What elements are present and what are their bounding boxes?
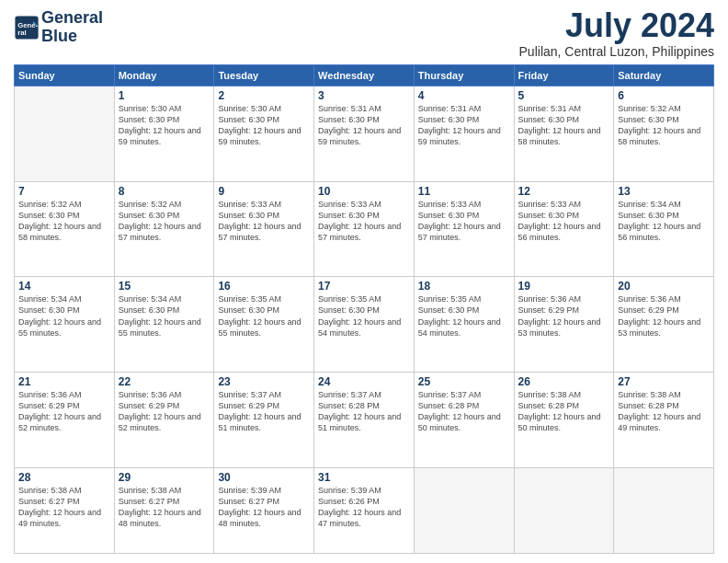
day-info: Sunrise: 5:34 AM Sunset: 6:30 PM Dayligh… <box>119 293 210 339</box>
week-row-1: 1Sunrise: 5:30 AM Sunset: 6:30 PM Daylig… <box>15 86 714 182</box>
day-info: Sunrise: 5:30 AM Sunset: 6:30 PM Dayligh… <box>218 103 310 148</box>
day-info: Sunrise: 5:33 AM Sunset: 6:30 PM Dayligh… <box>418 199 510 244</box>
day-info: Sunrise: 5:34 AM Sunset: 6:30 PM Dayligh… <box>618 199 710 244</box>
day-info: Sunrise: 5:31 AM Sunset: 6:30 PM Dayligh… <box>518 103 610 148</box>
location: Pulilan, Central Luzon, Philippines <box>519 44 714 59</box>
svg-text:Gene-: Gene- <box>17 21 38 29</box>
day-info: Sunrise: 5:31 AM Sunset: 6:30 PM Dayligh… <box>318 103 410 148</box>
day-info: Sunrise: 5:39 AM Sunset: 6:26 PM Dayligh… <box>318 485 410 530</box>
day-cell: 31Sunrise: 5:39 AM Sunset: 6:26 PM Dayli… <box>314 467 415 553</box>
day-info: Sunrise: 5:32 AM Sunset: 6:30 PM Dayligh… <box>618 103 710 148</box>
day-cell: 9Sunrise: 5:33 AM Sunset: 6:30 PM Daylig… <box>214 181 314 277</box>
day-number: 21 <box>18 375 110 388</box>
logo: Gene- ral General Blue <box>14 9 103 46</box>
day-info: Sunrise: 5:34 AM Sunset: 6:30 PM Dayligh… <box>18 293 110 339</box>
day-info: Sunrise: 5:36 AM Sunset: 6:29 PM Dayligh… <box>618 293 710 339</box>
day-number: 17 <box>318 280 410 293</box>
day-number: 12 <box>518 185 610 198</box>
day-cell: 8Sunrise: 5:32 AM Sunset: 6:30 PM Daylig… <box>114 181 214 277</box>
day-cell: 17Sunrise: 5:35 AM Sunset: 6:30 PM Dayli… <box>314 277 415 373</box>
day-cell: 12Sunrise: 5:33 AM Sunset: 6:30 PM Dayli… <box>514 181 614 277</box>
day-number: 15 <box>119 280 210 293</box>
day-number: 8 <box>119 185 210 198</box>
day-cell: 3Sunrise: 5:31 AM Sunset: 6:30 PM Daylig… <box>314 86 415 182</box>
header-sunday: Sunday <box>15 65 115 86</box>
day-cell: 30Sunrise: 5:39 AM Sunset: 6:27 PM Dayli… <box>214 467 314 553</box>
week-row-2: 7Sunrise: 5:32 AM Sunset: 6:30 PM Daylig… <box>15 181 714 277</box>
header-friday: Friday <box>514 65 614 86</box>
day-cell: 1Sunrise: 5:30 AM Sunset: 6:30 PM Daylig… <box>114 86 214 182</box>
day-number: 16 <box>218 280 310 293</box>
day-info: Sunrise: 5:36 AM Sunset: 6:29 PM Dayligh… <box>518 293 610 339</box>
day-info: Sunrise: 5:33 AM Sunset: 6:30 PM Dayligh… <box>218 199 310 244</box>
day-number: 5 <box>518 89 610 102</box>
day-number: 3 <box>318 89 410 102</box>
day-number: 28 <box>18 471 110 484</box>
day-info: Sunrise: 5:33 AM Sunset: 6:30 PM Dayligh… <box>318 199 410 244</box>
day-cell: 18Sunrise: 5:35 AM Sunset: 6:30 PM Dayli… <box>414 277 514 373</box>
day-info: Sunrise: 5:38 AM Sunset: 6:28 PM Dayligh… <box>518 389 610 434</box>
day-cell <box>414 467 514 553</box>
header-monday: Monday <box>114 65 214 86</box>
day-cell: 24Sunrise: 5:37 AM Sunset: 6:28 PM Dayli… <box>314 373 415 468</box>
day-info: Sunrise: 5:37 AM Sunset: 6:28 PM Dayligh… <box>418 389 510 434</box>
day-number: 10 <box>318 185 410 198</box>
day-number: 29 <box>119 471 210 484</box>
day-number: 23 <box>218 375 310 388</box>
day-cell: 19Sunrise: 5:36 AM Sunset: 6:29 PM Dayli… <box>514 277 614 373</box>
day-cell: 7Sunrise: 5:32 AM Sunset: 6:30 PM Daylig… <box>15 181 115 277</box>
day-info: Sunrise: 5:39 AM Sunset: 6:27 PM Dayligh… <box>218 485 310 530</box>
day-number: 7 <box>18 185 110 198</box>
day-number: 20 <box>618 280 710 293</box>
day-number: 22 <box>119 375 210 388</box>
day-cell <box>15 86 115 182</box>
logo-line1: General <box>41 9 103 28</box>
day-info: Sunrise: 5:38 AM Sunset: 6:28 PM Dayligh… <box>618 389 710 434</box>
day-cell: 16Sunrise: 5:35 AM Sunset: 6:30 PM Dayli… <box>214 277 314 373</box>
day-number: 6 <box>618 89 710 102</box>
day-cell: 22Sunrise: 5:36 AM Sunset: 6:29 PM Dayli… <box>114 373 214 468</box>
day-info: Sunrise: 5:35 AM Sunset: 6:30 PM Dayligh… <box>418 293 510 339</box>
day-cell <box>514 467 614 553</box>
day-cell: 14Sunrise: 5:34 AM Sunset: 6:30 PM Dayli… <box>15 277 115 373</box>
header: Gene- ral General Blue July 2024 Pulilan… <box>14 9 714 59</box>
day-cell: 20Sunrise: 5:36 AM Sunset: 6:29 PM Dayli… <box>614 277 714 373</box>
day-info: Sunrise: 5:35 AM Sunset: 6:30 PM Dayligh… <box>318 293 410 339</box>
day-info: Sunrise: 5:36 AM Sunset: 6:29 PM Dayligh… <box>119 389 210 434</box>
day-info: Sunrise: 5:38 AM Sunset: 6:27 PM Dayligh… <box>119 485 210 530</box>
day-number: 11 <box>418 185 510 198</box>
day-cell <box>614 467 714 553</box>
calendar-table: Sunday Monday Tuesday Wednesday Thursday… <box>14 64 714 554</box>
day-cell: 5Sunrise: 5:31 AM Sunset: 6:30 PM Daylig… <box>514 86 614 182</box>
day-cell: 29Sunrise: 5:38 AM Sunset: 6:27 PM Dayli… <box>114 467 214 553</box>
day-cell: 13Sunrise: 5:34 AM Sunset: 6:30 PM Dayli… <box>614 181 714 277</box>
logo-line2: Blue <box>41 28 103 46</box>
day-cell: 4Sunrise: 5:31 AM Sunset: 6:30 PM Daylig… <box>414 86 514 182</box>
day-info: Sunrise: 5:37 AM Sunset: 6:29 PM Dayligh… <box>218 389 310 434</box>
day-cell: 25Sunrise: 5:37 AM Sunset: 6:28 PM Dayli… <box>414 373 514 468</box>
day-cell: 26Sunrise: 5:38 AM Sunset: 6:28 PM Dayli… <box>514 373 614 468</box>
day-number: 2 <box>218 89 310 102</box>
week-row-5: 28Sunrise: 5:38 AM Sunset: 6:27 PM Dayli… <box>15 467 714 553</box>
month-title: July 2024 <box>519 9 714 42</box>
day-cell: 23Sunrise: 5:37 AM Sunset: 6:29 PM Dayli… <box>214 373 314 468</box>
weekday-header-row: Sunday Monday Tuesday Wednesday Thursday… <box>15 65 714 86</box>
day-info: Sunrise: 5:33 AM Sunset: 6:30 PM Dayligh… <box>518 199 610 244</box>
day-cell: 6Sunrise: 5:32 AM Sunset: 6:30 PM Daylig… <box>614 86 714 182</box>
day-number: 25 <box>418 375 510 388</box>
day-number: 24 <box>318 375 410 388</box>
day-number: 1 <box>119 89 210 102</box>
day-info: Sunrise: 5:38 AM Sunset: 6:27 PM Dayligh… <box>18 485 110 530</box>
day-cell: 21Sunrise: 5:36 AM Sunset: 6:29 PM Dayli… <box>15 373 115 468</box>
day-number: 4 <box>418 89 510 102</box>
week-row-3: 14Sunrise: 5:34 AM Sunset: 6:30 PM Dayli… <box>15 277 714 373</box>
week-row-4: 21Sunrise: 5:36 AM Sunset: 6:29 PM Dayli… <box>15 373 714 468</box>
day-info: Sunrise: 5:32 AM Sunset: 6:30 PM Dayligh… <box>18 199 110 244</box>
day-number: 19 <box>518 280 610 293</box>
logo-text: General Blue <box>41 9 103 46</box>
day-info: Sunrise: 5:31 AM Sunset: 6:30 PM Dayligh… <box>418 103 510 148</box>
header-tuesday: Tuesday <box>214 65 314 86</box>
day-number: 13 <box>618 185 710 198</box>
day-info: Sunrise: 5:30 AM Sunset: 6:30 PM Dayligh… <box>119 103 210 148</box>
header-wednesday: Wednesday <box>314 65 415 86</box>
